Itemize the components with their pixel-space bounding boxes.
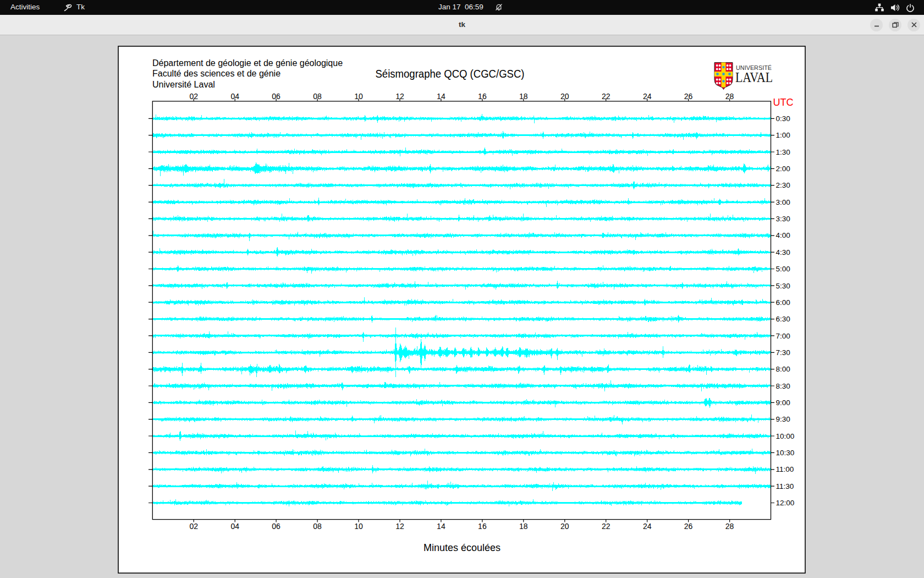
svg-text:9:00: 9:00	[776, 399, 790, 407]
svg-text:UTC: UTC	[773, 97, 794, 108]
svg-text:7:30: 7:30	[776, 348, 790, 357]
svg-text:18: 18	[519, 522, 528, 531]
svg-text:06: 06	[272, 92, 280, 101]
svg-text:1:00: 1:00	[776, 131, 790, 139]
svg-text:4:00: 4:00	[776, 231, 790, 239]
svg-text:Université Laval: Université Laval	[152, 80, 215, 89]
svg-text:11:30: 11:30	[776, 482, 794, 490]
svg-text:5:30: 5:30	[776, 282, 790, 290]
svg-text:8:30: 8:30	[776, 382, 790, 390]
svg-text:10:30: 10:30	[776, 449, 795, 457]
svg-text:1:30: 1:30	[776, 148, 790, 156]
svg-text:24: 24	[643, 522, 652, 531]
svg-text:04: 04	[230, 92, 239, 101]
svg-text:18: 18	[519, 92, 528, 101]
svg-text:12: 12	[395, 522, 404, 531]
svg-text:12: 12	[395, 92, 404, 101]
svg-text:6:30: 6:30	[776, 315, 790, 323]
svg-text:11:00: 11:00	[776, 465, 794, 473]
svg-text:14: 14	[437, 522, 446, 531]
svg-text:28: 28	[725, 522, 734, 531]
svg-text:2:30: 2:30	[776, 181, 790, 189]
svg-text:10:00: 10:00	[776, 432, 795, 440]
svg-text:26: 26	[684, 92, 693, 101]
svg-text:Minutes écoulées: Minutes écoulées	[424, 542, 501, 553]
svg-text:12:00: 12:00	[776, 499, 795, 507]
svg-text:7:00: 7:00	[776, 332, 790, 340]
svg-text:08: 08	[313, 92, 322, 101]
svg-text:3:30: 3:30	[776, 215, 790, 223]
svg-text:0:30: 0:30	[776, 114, 790, 123]
svg-text:24: 24	[643, 92, 652, 101]
svg-text:28: 28	[725, 92, 734, 101]
svg-text:5:00: 5:00	[776, 265, 790, 273]
svg-text:8:00: 8:00	[776, 365, 790, 373]
svg-text:Séismographe QCQ (CGC/GSC): Séismographe QCQ (CGC/GSC)	[376, 67, 525, 80]
svg-text:10: 10	[354, 92, 363, 101]
svg-text:06: 06	[272, 522, 280, 531]
svg-text:20: 20	[560, 522, 569, 531]
svg-text:LAVAL: LAVAL	[735, 70, 773, 85]
svg-text:16: 16	[478, 92, 487, 101]
svg-text:9:30: 9:30	[776, 415, 790, 423]
svg-text:3:00: 3:00	[776, 198, 790, 206]
svg-text:6:00: 6:00	[776, 298, 790, 307]
svg-text:16: 16	[478, 522, 487, 531]
svg-text:02: 02	[189, 522, 198, 531]
svg-text:2:00: 2:00	[776, 165, 790, 173]
svg-text:22: 22	[602, 522, 610, 531]
svg-text:02: 02	[189, 92, 198, 101]
svg-text:Département de géologie et de: Département de géologie et de génie géol…	[152, 58, 343, 68]
svg-text:08: 08	[313, 522, 322, 531]
svg-text:22: 22	[602, 92, 610, 101]
svg-text:10: 10	[354, 522, 363, 531]
svg-text:20: 20	[560, 92, 569, 101]
svg-text:04: 04	[230, 522, 239, 531]
svg-text:Faculté des sciences et de gén: Faculté des sciences et de génie	[152, 69, 280, 78]
svg-text:26: 26	[684, 522, 693, 531]
svg-text:4:30: 4:30	[776, 248, 790, 257]
svg-text:14: 14	[437, 92, 446, 101]
